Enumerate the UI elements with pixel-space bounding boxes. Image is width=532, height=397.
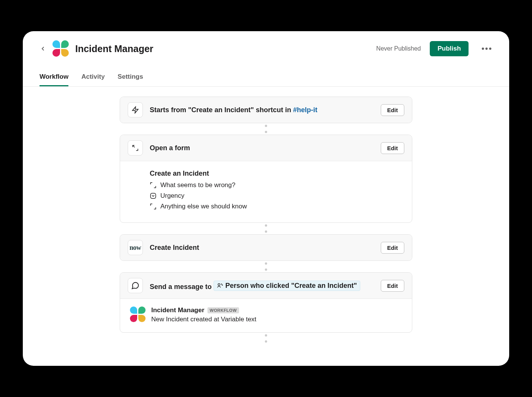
field-label: Urgency	[160, 192, 184, 200]
select-field-icon	[150, 192, 157, 199]
step-open-form: Open a form Edit Create an Incident What…	[120, 135, 412, 223]
servicenow-icon: now	[128, 240, 143, 255]
user-variable-icon	[217, 283, 223, 289]
step-header: Starts from "Create an Incident" shortcu…	[120, 97, 412, 123]
form-field: Anything else we should know	[150, 203, 382, 210]
workflow-badge: WORKFLOW	[207, 307, 239, 313]
svg-marker-0	[133, 107, 138, 113]
svg-point-3	[221, 284, 222, 284]
tab-activity[interactable]: Activity	[81, 68, 104, 86]
sender-avatar	[130, 306, 146, 322]
step-send-message: Send a message to Person who clicked "Cr…	[120, 272, 412, 333]
trigger-text: Starts from "Create an Incident" shortcu…	[150, 106, 293, 114]
text-field-icon	[150, 182, 157, 189]
variable-pill[interactable]: Person who clicked "Create an Incident"	[214, 281, 360, 291]
edit-button[interactable]: Edit	[381, 104, 404, 116]
edit-button[interactable]: Edit	[381, 142, 404, 154]
message-icon	[128, 278, 143, 293]
variable-label: Person who clicked "Create an Incident"	[225, 282, 357, 290]
form-icon	[128, 140, 143, 156]
field-label: Anything else we should know	[160, 203, 247, 210]
step-header: now Create Incident Edit	[120, 235, 412, 260]
more-menu-icon[interactable]: •••	[481, 44, 492, 54]
edit-button[interactable]: Edit	[381, 280, 404, 292]
message-preview: Incident Manager WORKFLOW New Incident c…	[120, 299, 412, 332]
form-name: Create an Incident	[150, 170, 382, 178]
edit-button[interactable]: Edit	[381, 242, 404, 254]
field-label: What seems to be wrong?	[160, 181, 235, 189]
form-field: What seems to be wrong?	[150, 181, 382, 189]
step-create-incident: now Create Incident Edit	[120, 234, 412, 261]
publish-button[interactable]: Publish	[430, 41, 468, 56]
message-header: Incident Manager WORKFLOW	[151, 306, 402, 314]
form-field: Urgency	[150, 192, 382, 200]
message-title-prefix: Send a message to	[150, 283, 214, 290]
message-text: New Incident created at Variable text	[151, 316, 402, 323]
step-title: Starts from "Create an Incident" shortcu…	[150, 106, 374, 114]
message-content: Incident Manager WORKFLOW New Incident c…	[151, 306, 402, 323]
connector	[266, 223, 266, 234]
connector	[266, 123, 266, 135]
page-title: Incident Manager	[75, 43, 154, 54]
step-title: Send a message to Person who clicked "Cr…	[150, 281, 374, 291]
back-icon[interactable]	[40, 45, 46, 52]
step-header: Send a message to Person who clicked "Cr…	[120, 273, 412, 299]
connector	[266, 333, 266, 344]
svg-point-2	[218, 284, 220, 286]
step-body: Create an Incident What seems to be wron…	[120, 161, 412, 222]
channel-link[interactable]: #help-it	[293, 106, 317, 114]
sender-name: Incident Manager	[151, 306, 204, 314]
publish-status: Never Published	[376, 45, 421, 52]
step-title: Open a form	[150, 144, 374, 152]
step-header: Open a form Edit	[120, 135, 412, 161]
svg-point-4	[222, 285, 222, 285]
tabs: Workflow Activity Settings	[23, 68, 509, 87]
svg-rect-1	[150, 193, 156, 198]
text-field-icon	[150, 203, 157, 210]
lightning-icon	[128, 102, 143, 118]
step-trigger: Starts from "Create an Incident" shortcu…	[120, 97, 412, 123]
header: Incident Manager Never Published Publish…	[23, 31, 509, 57]
tab-workflow[interactable]: Workflow	[40, 68, 68, 86]
connector	[266, 261, 266, 272]
step-title: Create Incident	[150, 244, 374, 252]
workflow-logo	[52, 40, 69, 57]
workflow-canvas: Starts from "Create an Incident" shortcu…	[23, 87, 509, 366]
workflow-builder-window: Incident Manager Never Published Publish…	[23, 31, 509, 366]
tab-settings[interactable]: Settings	[118, 68, 143, 86]
